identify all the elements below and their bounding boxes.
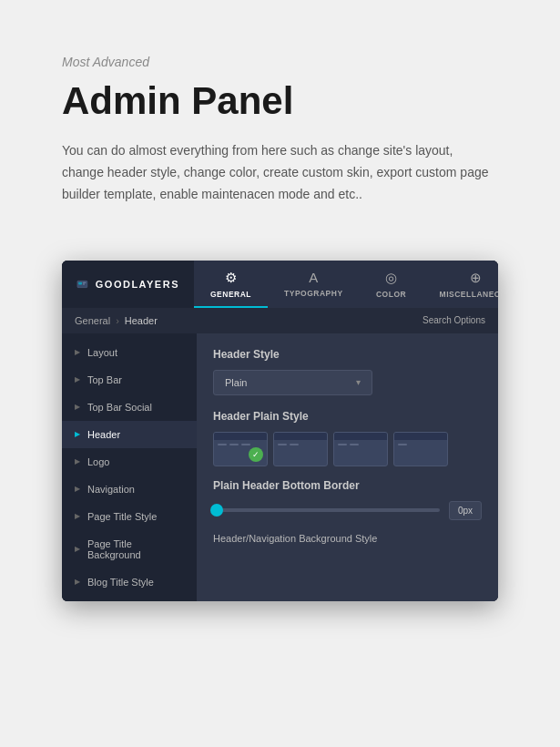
description: You can do almost everything from here s… <box>62 140 498 205</box>
thumb-dot <box>241 444 250 445</box>
arrow-icon-active: ▶ <box>75 430 80 438</box>
plain-header-border-label: Plain Header Bottom Border <box>213 479 482 492</box>
typography-icon: A <box>309 270 318 285</box>
color-icon: ◎ <box>385 270 397 286</box>
sidebar-label-blog-title: Blog Title Style <box>87 577 154 588</box>
arrow-icon: ▶ <box>75 485 80 493</box>
thumb-header-3 <box>334 433 387 440</box>
sidebar-label-topbar-social: Top Bar Social <box>87 402 152 413</box>
panel-logo: GOODLAYERS <box>62 261 194 308</box>
tab-typography[interactable]: A TYPOGRAPHY <box>268 261 360 308</box>
arrow-icon: ▶ <box>75 457 80 466</box>
sidebar-label-page-title-bg: Page Title Background <box>87 538 184 560</box>
style-options: ✓ <box>213 432 482 466</box>
tab-general-label: GENERAL <box>210 290 251 299</box>
tab-general[interactable]: ⚙ GENERAL <box>194 261 268 308</box>
tab-color[interactable]: ◎ COLOR <box>360 261 423 308</box>
thumb-dot <box>278 444 287 445</box>
thumb-dots-3 <box>334 440 387 449</box>
arrow-icon: ▶ <box>75 348 80 356</box>
header-style-dropdown[interactable]: Plain ▾ <box>213 370 482 395</box>
sidebar-item-layout[interactable]: ▶ Layout <box>62 339 197 366</box>
style-thumb-4[interactable] <box>393 432 448 466</box>
slider-track[interactable] <box>213 508 440 512</box>
sidebar-item-page-title-style[interactable]: ▶ Page Title Style <box>62 503 197 530</box>
tab-misc-label: MISCELLANEOUS <box>440 290 498 299</box>
sidebar-label-page-title-style: Page Title Style <box>87 511 157 522</box>
sidebar-label-navigation: Navigation <box>87 484 135 495</box>
arrow-icon: ▶ <box>75 545 80 553</box>
thumb-dots-4 <box>394 440 447 449</box>
sidebar-label-topbar: Top Bar <box>87 374 122 385</box>
breadcrumb-bar: General › Header Search Options <box>62 308 498 333</box>
bg-style-label: Header/Navigation Background Style <box>213 533 482 544</box>
sidebar-label-logo: Logo <box>87 456 109 467</box>
breadcrumb-separator: › <box>116 315 119 326</box>
thumb-dots-2 <box>274 440 327 449</box>
slider-thumb[interactable] <box>210 504 223 517</box>
breadcrumb-general: General <box>75 315 110 326</box>
misc-icon: ⊕ <box>470 270 482 286</box>
tab-typography-label: TYPOGRAPHY <box>284 289 343 298</box>
breadcrumb-header: Header <box>125 315 158 326</box>
arrow-icon: ▶ <box>75 578 80 586</box>
arrow-icon: ▶ <box>75 375 80 384</box>
top-section: Most Advanced Admin Panel You can do alm… <box>0 0 560 233</box>
svg-rect-1 <box>78 281 82 284</box>
subtitle: Most Advanced <box>62 55 498 69</box>
logo-icon <box>76 271 88 297</box>
panel-content: Header Style Plain ▾ Header Plain Style <box>197 333 498 601</box>
sidebar-item-blog-title[interactable]: ▶ Blog Title Style <box>62 568 197 596</box>
style-thumb-2[interactable] <box>273 432 328 466</box>
thumb-dot <box>350 444 359 445</box>
sidebar-item-navigation[interactable]: ▶ Navigation <box>62 476 197 503</box>
dropdown-value: Plain <box>225 377 247 388</box>
svg-rect-2 <box>83 281 87 282</box>
style-thumb-3[interactable] <box>333 432 388 466</box>
sidebar-item-topbar-social[interactable]: ▶ Top Bar Social <box>62 394 197 421</box>
sidebar-label-header: Header <box>87 429 120 440</box>
thumb-dot <box>218 444 227 445</box>
arrow-icon: ▶ <box>75 403 80 411</box>
thumb-header-1 <box>214 433 267 440</box>
sidebar-label-layout: Layout <box>87 347 117 358</box>
panel-tabs: ⚙ GENERAL A TYPOGRAPHY ◎ COLOR ⊕ MISCELL… <box>194 261 498 308</box>
admin-panel: GOODLAYERS ⚙ GENERAL A TYPOGRAPHY ◎ COLO… <box>62 261 498 601</box>
panel-sidebar: ▶ Layout ▶ Top Bar ▶ Top Bar Social ▶ He… <box>62 333 197 601</box>
thumb-header-2 <box>274 433 327 440</box>
panel-header: GOODLAYERS ⚙ GENERAL A TYPOGRAPHY ◎ COLO… <box>62 261 498 308</box>
slider-row: 0px <box>213 501 482 520</box>
svg-rect-3 <box>83 283 85 284</box>
sidebar-item-topbar[interactable]: ▶ Top Bar <box>62 366 197 394</box>
sidebar-item-page-title-bg[interactable]: ▶ Page Title Background <box>62 530 197 568</box>
header-style-label: Header Style <box>213 348 482 361</box>
header-plain-style-label: Header Plain Style <box>213 410 482 423</box>
thumb-dot <box>290 444 299 445</box>
search-options-button[interactable]: Search Options <box>423 315 485 325</box>
tab-miscellaneous[interactable]: ⊕ MISCELLANEOUS <box>423 261 498 308</box>
check-icon: ✓ <box>249 447 263 462</box>
thumb-header-4 <box>394 433 447 440</box>
sidebar-item-header[interactable]: ▶ Header <box>62 421 197 448</box>
style-thumb-1[interactable]: ✓ <box>213 432 268 466</box>
thumb-dot <box>229 444 239 445</box>
sidebar-item-logo[interactable]: ▶ Logo <box>62 448 197 476</box>
tab-color-label: COLOR <box>376 290 406 299</box>
arrow-icon: ▶ <box>75 512 80 520</box>
dropdown-arrow-icon: ▾ <box>356 377 361 387</box>
breadcrumb: General › Header <box>75 315 158 326</box>
header-plain-style-section: Header Plain Style ✓ <box>213 410 482 466</box>
thumb-dot <box>338 444 347 445</box>
logo-text: GOODLAYERS <box>96 279 179 290</box>
thumb-dot <box>398 444 407 445</box>
main-title: Admin Panel <box>62 80 498 122</box>
slider-value: 0px <box>449 501 482 520</box>
dropdown-select[interactable]: Plain ▾ <box>213 370 372 395</box>
general-icon: ⚙ <box>225 270 237 286</box>
panel-body: ▶ Layout ▶ Top Bar ▶ Top Bar Social ▶ He… <box>62 333 498 601</box>
